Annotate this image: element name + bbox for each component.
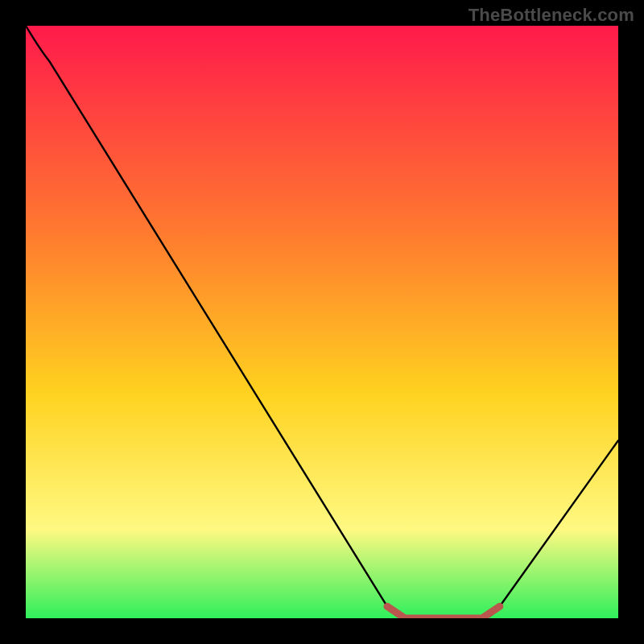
chart-frame: TheBottleneck.com bbox=[0, 0, 644, 644]
watermark-text: TheBottleneck.com bbox=[469, 5, 634, 26]
bottleneck-chart bbox=[26, 26, 618, 618]
gradient-background bbox=[26, 26, 618, 618]
plot-area bbox=[26, 26, 618, 618]
